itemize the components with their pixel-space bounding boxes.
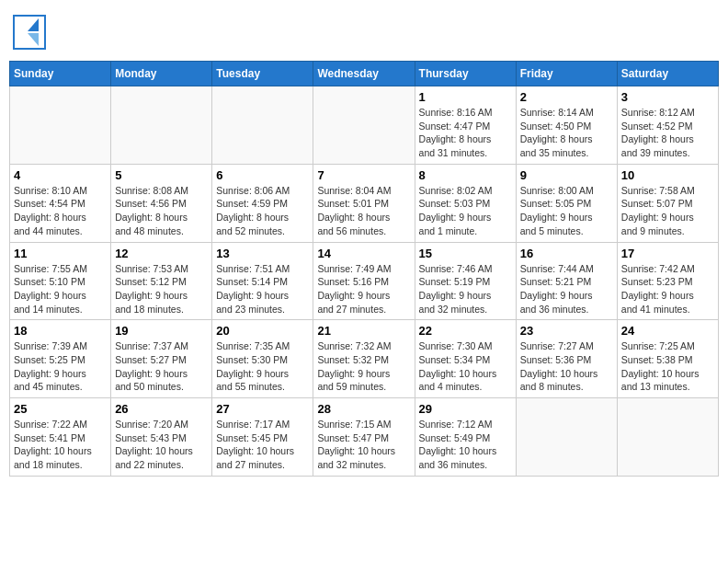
calendar-day-1-2: [111, 86, 212, 165]
day-number: 22: [419, 324, 512, 338]
weekday-header-saturday: Saturday: [617, 62, 718, 86]
day-number: 14: [317, 247, 410, 260]
day-number: 5: [115, 168, 208, 182]
calendar-day-3-3: 13Sunrise: 7:51 AM Sunset: 5:14 PM Dayli…: [212, 242, 313, 320]
calendar-day-2-3: 6Sunrise: 8:06 AM Sunset: 4:59 PM Daylig…: [212, 164, 313, 242]
day-info: Sunrise: 8:16 AM Sunset: 4:47 PM Dayligh…: [419, 106, 512, 160]
day-number: 8: [419, 168, 512, 182]
calendar-day-4-3: 20Sunrise: 7:35 AM Sunset: 5:30 PM Dayli…: [212, 320, 313, 398]
day-number: 21: [317, 324, 410, 338]
calendar-day-1-6: 2Sunrise: 8:14 AM Sunset: 4:50 PM Daylig…: [516, 86, 617, 165]
day-number: 27: [216, 402, 309, 416]
calendar-day-4-5: 22Sunrise: 7:30 AM Sunset: 5:34 PM Dayli…: [415, 320, 516, 398]
calendar-day-3-5: 15Sunrise: 7:46 AM Sunset: 5:19 PM Dayli…: [415, 242, 516, 320]
calendar-day-2-4: 7Sunrise: 8:04 AM Sunset: 5:01 PM Daylig…: [313, 164, 415, 242]
day-number: 24: [621, 324, 714, 338]
calendar-day-3-1: 11Sunrise: 7:55 AM Sunset: 5:10 PM Dayli…: [10, 242, 111, 320]
day-number: 7: [317, 168, 410, 182]
day-info: Sunrise: 8:00 AM Sunset: 5:05 PM Dayligh…: [520, 184, 613, 238]
day-info: Sunrise: 8:04 AM Sunset: 5:01 PM Dayligh…: [317, 184, 410, 238]
weekday-header-tuesday: Tuesday: [212, 62, 313, 86]
calendar-day-5-6: [516, 398, 617, 477]
day-number: 19: [115, 324, 208, 338]
calendar-day-5-4: 28Sunrise: 7:15 AM Sunset: 5:47 PM Dayli…: [313, 398, 415, 477]
calendar-table: SundayMondayTuesdayWednesdayThursdayFrid…: [9, 61, 719, 477]
calendar-day-5-5: 29Sunrise: 7:12 AM Sunset: 5:49 PM Dayli…: [415, 398, 516, 477]
calendar-day-5-7: [617, 398, 718, 477]
day-info: Sunrise: 7:55 AM Sunset: 5:10 PM Dayligh…: [14, 262, 107, 316]
logo-triangle-top: [28, 18, 39, 31]
day-number: 16: [520, 247, 613, 260]
calendar-day-3-2: 12Sunrise: 7:53 AM Sunset: 5:12 PM Dayli…: [111, 242, 212, 320]
calendar-day-1-1: [10, 86, 111, 165]
weekday-header-row: SundayMondayTuesdayWednesdayThursdayFrid…: [10, 62, 719, 86]
logo: [13, 9, 46, 55]
day-info: Sunrise: 7:44 AM Sunset: 5:21 PM Dayligh…: [520, 262, 613, 316]
day-info: Sunrise: 7:27 AM Sunset: 5:36 PM Dayligh…: [520, 339, 613, 394]
day-info: Sunrise: 7:42 AM Sunset: 5:23 PM Dayligh…: [621, 262, 714, 316]
day-number: 1: [419, 90, 512, 104]
calendar-day-4-1: 18Sunrise: 7:39 AM Sunset: 5:25 PM Dayli…: [10, 320, 111, 398]
page-header: [9, 9, 719, 55]
day-info: Sunrise: 7:32 AM Sunset: 5:32 PM Dayligh…: [317, 339, 410, 394]
day-info: Sunrise: 7:17 AM Sunset: 5:45 PM Dayligh…: [216, 418, 309, 472]
calendar-day-4-4: 21Sunrise: 7:32 AM Sunset: 5:32 PM Dayli…: [313, 320, 415, 398]
day-number: 25: [14, 402, 107, 416]
day-number: 6: [216, 168, 309, 182]
calendar-week-3: 11Sunrise: 7:55 AM Sunset: 5:10 PM Dayli…: [10, 242, 719, 320]
day-number: 4: [14, 168, 107, 182]
day-number: 26: [115, 402, 208, 416]
day-info: Sunrise: 7:22 AM Sunset: 5:41 PM Dayligh…: [14, 418, 107, 472]
day-number: 11: [14, 247, 107, 260]
day-number: 13: [216, 247, 309, 260]
calendar-day-1-5: 1Sunrise: 8:16 AM Sunset: 4:47 PM Daylig…: [415, 86, 516, 165]
calendar-day-3-7: 17Sunrise: 7:42 AM Sunset: 5:23 PM Dayli…: [617, 242, 718, 320]
day-info: Sunrise: 8:02 AM Sunset: 5:03 PM Dayligh…: [419, 184, 512, 238]
day-info: Sunrise: 8:06 AM Sunset: 4:59 PM Dayligh…: [216, 184, 309, 238]
day-number: 15: [419, 247, 512, 260]
calendar-day-2-7: 10Sunrise: 7:58 AM Sunset: 5:07 PM Dayli…: [617, 164, 718, 242]
day-info: Sunrise: 7:46 AM Sunset: 5:19 PM Dayligh…: [419, 262, 512, 316]
calendar-week-2: 4Sunrise: 8:10 AM Sunset: 4:54 PM Daylig…: [10, 164, 719, 242]
day-number: 2: [520, 90, 613, 104]
calendar-day-5-3: 27Sunrise: 7:17 AM Sunset: 5:45 PM Dayli…: [212, 398, 313, 477]
day-info: Sunrise: 7:15 AM Sunset: 5:47 PM Dayligh…: [317, 418, 410, 472]
day-number: 3: [621, 90, 714, 104]
day-info: Sunrise: 7:58 AM Sunset: 5:07 PM Dayligh…: [621, 184, 714, 238]
day-info: Sunrise: 7:25 AM Sunset: 5:38 PM Dayligh…: [621, 339, 714, 394]
calendar-day-1-4: [313, 86, 415, 165]
day-info: Sunrise: 7:53 AM Sunset: 5:12 PM Dayligh…: [115, 262, 208, 316]
calendar-day-3-6: 16Sunrise: 7:44 AM Sunset: 5:21 PM Dayli…: [516, 242, 617, 320]
calendar-day-4-7: 24Sunrise: 7:25 AM Sunset: 5:38 PM Dayli…: [617, 320, 718, 398]
weekday-header-sunday: Sunday: [10, 62, 111, 86]
day-number: 9: [520, 168, 613, 182]
day-number: 10: [621, 168, 714, 182]
day-number: 23: [520, 324, 613, 338]
day-info: Sunrise: 7:35 AM Sunset: 5:30 PM Dayligh…: [216, 339, 309, 394]
calendar-day-4-2: 19Sunrise: 7:37 AM Sunset: 5:27 PM Dayli…: [111, 320, 212, 398]
calendar-day-3-4: 14Sunrise: 7:49 AM Sunset: 5:16 PM Dayli…: [313, 242, 415, 320]
day-number: 12: [115, 247, 208, 260]
day-info: Sunrise: 7:51 AM Sunset: 5:14 PM Dayligh…: [216, 262, 309, 316]
day-info: Sunrise: 7:37 AM Sunset: 5:27 PM Dayligh…: [115, 339, 208, 394]
day-number: 28: [317, 402, 410, 416]
day-number: 20: [216, 324, 309, 338]
calendar-day-2-2: 5Sunrise: 8:08 AM Sunset: 4:56 PM Daylig…: [111, 164, 212, 242]
day-info: Sunrise: 8:12 AM Sunset: 4:52 PM Dayligh…: [621, 106, 714, 160]
calendar-day-4-6: 23Sunrise: 7:27 AM Sunset: 5:36 PM Dayli…: [516, 320, 617, 398]
day-info: Sunrise: 7:49 AM Sunset: 5:16 PM Dayligh…: [317, 262, 410, 316]
weekday-header-wednesday: Wednesday: [313, 62, 415, 86]
weekday-header-thursday: Thursday: [415, 62, 516, 86]
calendar-week-1: 1Sunrise: 8:16 AM Sunset: 4:47 PM Daylig…: [10, 86, 719, 165]
calendar-body: 1Sunrise: 8:16 AM Sunset: 4:47 PM Daylig…: [10, 86, 719, 477]
weekday-header-monday: Monday: [111, 62, 212, 86]
calendar-day-2-1: 4Sunrise: 8:10 AM Sunset: 4:54 PM Daylig…: [10, 164, 111, 242]
calendar-day-5-2: 26Sunrise: 7:20 AM Sunset: 5:43 PM Dayli…: [111, 398, 212, 477]
calendar-day-1-7: 3Sunrise: 8:12 AM Sunset: 4:52 PM Daylig…: [617, 86, 718, 165]
calendar-week-5: 25Sunrise: 7:22 AM Sunset: 5:41 PM Dayli…: [10, 398, 719, 477]
calendar-day-5-1: 25Sunrise: 7:22 AM Sunset: 5:41 PM Dayli…: [10, 398, 111, 477]
day-info: Sunrise: 7:39 AM Sunset: 5:25 PM Dayligh…: [14, 339, 107, 394]
day-info: Sunrise: 8:08 AM Sunset: 4:56 PM Dayligh…: [115, 184, 208, 238]
weekday-header-friday: Friday: [516, 62, 617, 86]
day-info: Sunrise: 7:30 AM Sunset: 5:34 PM Dayligh…: [419, 339, 512, 394]
